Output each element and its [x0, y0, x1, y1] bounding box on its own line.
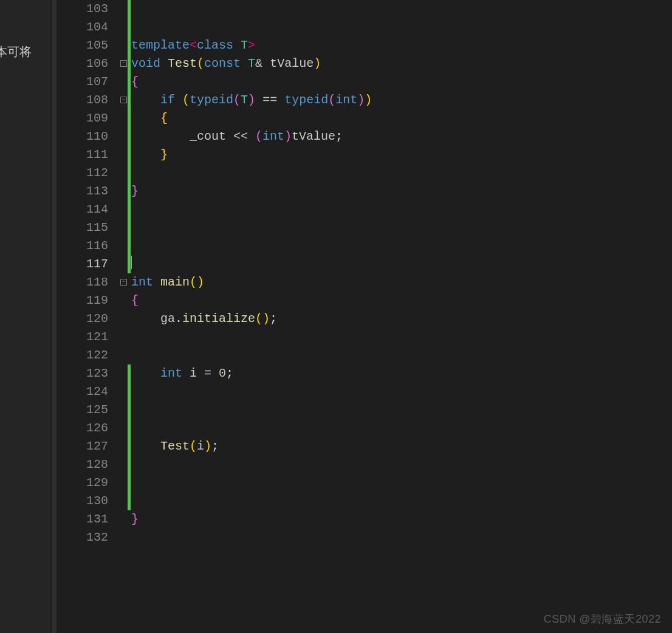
- watermark: CSDN @碧海蓝天2022: [544, 610, 661, 628]
- line-number-gutter[interactable]: 1031041051061071081091101111121131141151…: [58, 0, 118, 633]
- code-line[interactable]: }: [131, 146, 672, 164]
- code-line[interactable]: [131, 0, 672, 18]
- change-indicator: [128, 474, 131, 492]
- code-token: [182, 366, 190, 380]
- fold-toggle[interactable]: [120, 60, 127, 67]
- line-number[interactable]: 111: [58, 146, 108, 164]
- code-line[interactable]: [131, 328, 672, 346]
- line-number[interactable]: 131: [58, 510, 108, 529]
- change-indicator: [128, 18, 131, 36]
- fold-toggle[interactable]: [120, 97, 127, 103]
- code-token: int: [131, 275, 153, 289]
- code-token: ;: [226, 366, 233, 380]
- code-line[interactable]: int i = 0;: [131, 364, 672, 383]
- change-indicator: [128, 146, 131, 164]
- code-token: tValue: [292, 129, 335, 143]
- line-number[interactable]: 126: [58, 419, 108, 437]
- line-number[interactable]: 125: [58, 401, 108, 419]
- line-number[interactable]: 110: [58, 128, 108, 146]
- code-line[interactable]: [131, 255, 672, 273]
- code-line[interactable]: void Test(const T& tValue): [131, 55, 672, 73]
- code-line[interactable]: [131, 456, 672, 474]
- line-number[interactable]: 116: [58, 237, 108, 255]
- change-indicator: [128, 128, 131, 146]
- code-line[interactable]: {: [131, 73, 672, 91]
- code-token: [131, 148, 160, 162]
- code-token: [233, 38, 241, 52]
- line-number[interactable]: 128: [58, 456, 108, 474]
- line-number[interactable]: 129: [58, 474, 108, 492]
- code-token: initialize: [182, 312, 255, 326]
- code-line[interactable]: [131, 419, 672, 437]
- code-line[interactable]: {: [131, 109, 672, 128]
- line-number[interactable]: 104: [58, 18, 108, 36]
- code-token: class: [197, 38, 233, 52]
- code-line[interactable]: [131, 200, 672, 219]
- code-line[interactable]: [131, 219, 672, 237]
- code-line[interactable]: [131, 164, 672, 182]
- code-line[interactable]: }: [131, 510, 672, 529]
- line-number[interactable]: 105: [58, 36, 108, 55]
- code-token: Test: [168, 56, 197, 70]
- code-token: >: [248, 38, 255, 52]
- line-number[interactable]: 112: [58, 164, 108, 182]
- line-number[interactable]: 114: [58, 200, 108, 219]
- code-line[interactable]: ga.initialize();: [131, 310, 672, 328]
- line-number[interactable]: 108: [58, 91, 108, 109]
- code-token: }: [131, 184, 139, 198]
- code-line[interactable]: [131, 474, 672, 492]
- code-token: (: [190, 439, 197, 453]
- code-line[interactable]: _cout << (int)tValue;: [131, 128, 672, 146]
- line-number[interactable]: 119: [58, 292, 108, 310]
- code-line[interactable]: int main(): [131, 273, 672, 292]
- line-number[interactable]: 127: [58, 437, 108, 456]
- code-line[interactable]: [131, 529, 672, 547]
- code-area[interactable]: template<class T>void Test(const T& tVal…: [131, 0, 672, 633]
- code-token: ;: [270, 312, 277, 326]
- code-token: ;: [211, 439, 219, 453]
- line-number[interactable]: 103: [58, 0, 108, 18]
- fold-toggle[interactable]: [120, 279, 127, 286]
- code-editor[interactable]: 1031041051061071081091101111121131141151…: [58, 0, 672, 633]
- code-line[interactable]: [131, 401, 672, 419]
- code-line[interactable]: if (typeid(T) == typeid(int)): [131, 91, 672, 109]
- code-line[interactable]: [131, 383, 672, 401]
- line-number[interactable]: 123: [58, 364, 108, 383]
- line-number[interactable]: 106: [58, 55, 108, 73]
- code-token: }: [131, 512, 139, 526]
- code-line[interactable]: }: [131, 182, 672, 200]
- line-number[interactable]: 113: [58, 182, 108, 200]
- change-indicator: [128, 456, 131, 474]
- code-token: T: [248, 56, 255, 70]
- line-number[interactable]: 109: [58, 109, 108, 128]
- code-line[interactable]: [131, 346, 672, 364]
- line-number[interactable]: 122: [58, 346, 108, 364]
- code-line[interactable]: template<class T>: [131, 36, 672, 55]
- change-indicator: [128, 36, 131, 55]
- line-number[interactable]: 117: [58, 255, 108, 273]
- line-number[interactable]: 107: [58, 73, 108, 91]
- code-line[interactable]: [131, 492, 672, 510]
- line-number[interactable]: 120: [58, 310, 108, 328]
- line-number[interactable]: 130: [58, 492, 108, 510]
- code-token: ): [357, 93, 365, 107]
- change-indicator: [128, 401, 131, 419]
- line-number[interactable]: 118: [58, 273, 108, 292]
- code-token: {: [160, 111, 168, 125]
- line-number[interactable]: 124: [58, 383, 108, 401]
- code-token: typeid: [190, 93, 233, 107]
- code-line[interactable]: [131, 18, 672, 36]
- line-number[interactable]: 132: [58, 529, 108, 547]
- code-line[interactable]: [131, 237, 672, 255]
- code-token: (: [328, 93, 335, 107]
- code-token: Test: [160, 439, 190, 453]
- code-token: [175, 93, 182, 107]
- code-token: [131, 312, 160, 326]
- change-indicator: [128, 219, 131, 237]
- line-number[interactable]: 115: [58, 219, 108, 237]
- line-number[interactable]: 121: [58, 328, 108, 346]
- code-line[interactable]: {: [131, 292, 672, 310]
- code-token: [262, 56, 270, 70]
- code-line[interactable]: Test(i);: [131, 437, 672, 456]
- code-token: 0: [219, 366, 226, 380]
